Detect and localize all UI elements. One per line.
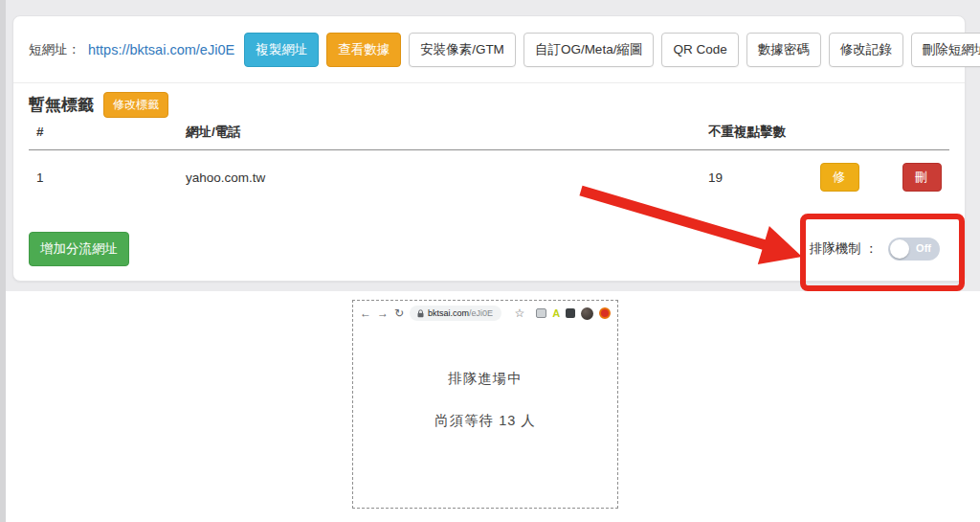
browser-preview-window: ← → ↻ bktsai.com/eJi0E ☆ A 排隊進場中 尚須等待 13… xyxy=(352,300,618,509)
address-path: /eJi0E xyxy=(469,308,493,318)
split-url-table: # 網址/電話 不重複點擊數 1 yahoo.com.tw 19 修改 刪除 xyxy=(29,120,949,204)
cell-unique-clicks: 19 xyxy=(701,150,800,205)
window-edge-strip xyxy=(0,0,6,522)
queue-setting: 排隊機制 ： Off xyxy=(810,238,940,261)
extensions-puzzle-icon[interactable] xyxy=(566,308,575,318)
install-pixel-gtm-button[interactable]: 安裝像素/GTM xyxy=(409,33,516,67)
toggle-state-text: Off xyxy=(916,242,931,254)
edit-history-button[interactable]: 修改記錄 xyxy=(829,33,903,67)
column-header-index: # xyxy=(29,120,178,150)
forward-icon[interactable]: → xyxy=(377,307,389,319)
column-header-unique-clicks: 不重複點擊數 xyxy=(701,120,800,150)
record-icon[interactable] xyxy=(599,307,611,319)
delete-row-button[interactable]: 刪除 xyxy=(902,163,942,192)
row-actions: 修改 刪除 xyxy=(808,163,942,192)
address-domain: bktsai.com xyxy=(428,308,469,318)
delete-shorturl-button[interactable]: 刪除短網址 xyxy=(911,33,980,67)
short-url-link[interactable]: https://bktsai.com/eJi0E xyxy=(88,42,234,57)
queue-wait-count-text: 尚須等待 13 人 xyxy=(353,412,617,430)
card-footer: 增加分流網址 排隊機制 ： Off xyxy=(29,232,949,266)
address-bar[interactable]: bktsai.com/eJi0E xyxy=(410,306,501,321)
extension-square-icon[interactable] xyxy=(536,308,546,318)
toolbar-divider xyxy=(13,82,965,83)
cell-url: yahoo.com.tw xyxy=(178,150,701,205)
label-title: 暫無標籤 xyxy=(29,94,94,116)
column-header-actions xyxy=(800,120,949,150)
back-icon[interactable]: ← xyxy=(360,307,371,319)
browser-toolbar: ← → ↻ bktsai.com/eJi0E ☆ A xyxy=(353,301,617,326)
queue-label: 排隊機制 ： xyxy=(810,240,878,258)
short-url-label: 短網址： xyxy=(29,41,80,58)
reload-icon[interactable]: ↻ xyxy=(394,307,404,319)
extension-a-icon[interactable]: A xyxy=(552,308,560,319)
address-text: bktsai.com/eJi0E xyxy=(428,308,493,318)
preview-content: 排隊進場中 尚須等待 13 人 xyxy=(353,370,617,430)
column-header-url: 網址/電話 xyxy=(178,120,701,150)
edit-label-button[interactable]: 修改標籤 xyxy=(103,92,168,118)
bookmark-star-icon[interactable]: ☆ xyxy=(515,307,525,319)
table-header-row: # 網址/電話 不重複點擊數 xyxy=(29,120,949,150)
shorturl-card: 短網址： https://bktsai.com/eJi0E 複製網址 查看數據 … xyxy=(12,15,966,282)
data-password-button[interactable]: 數據密碼 xyxy=(746,33,821,67)
queue-toggle[interactable]: Off xyxy=(888,238,940,261)
custom-og-meta-button[interactable]: 自訂OG/Meta/縮圖 xyxy=(523,33,655,67)
queue-status-text: 排隊進場中 xyxy=(353,370,617,388)
view-data-button[interactable]: 查看數據 xyxy=(326,33,401,67)
cell-index: 1 xyxy=(29,150,178,205)
shorturl-toolbar: 短網址： https://bktsai.com/eJi0E 複製網址 查看數據 … xyxy=(29,33,949,67)
label-section: 暫無標籤 修改標籤 xyxy=(29,93,949,116)
table-row: 1 yahoo.com.tw 19 修改 刪除 xyxy=(29,150,949,205)
profile-avatar[interactable] xyxy=(581,307,593,320)
lock-icon xyxy=(417,309,424,318)
add-split-url-button[interactable]: 增加分流網址 xyxy=(29,232,129,266)
edit-row-button[interactable]: 修改 xyxy=(820,163,859,192)
qr-code-button[interactable]: QR Code xyxy=(661,33,738,67)
toggle-knob-icon xyxy=(890,239,909,259)
copy-url-button[interactable]: 複製網址 xyxy=(244,33,319,67)
